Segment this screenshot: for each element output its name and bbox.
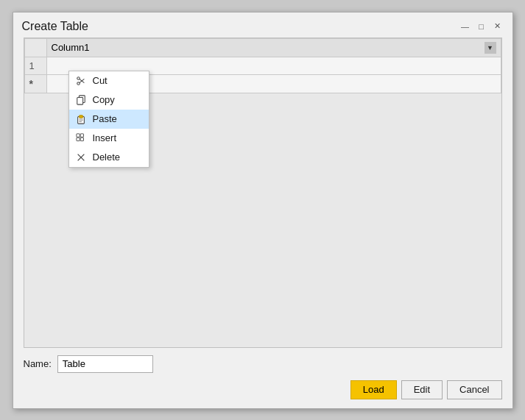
svg-rect-11 <box>76 133 79 136</box>
svg-rect-14 <box>80 138 83 140</box>
window-controls: — □ ✕ <box>459 21 504 32</box>
name-input[interactable] <box>57 355 153 373</box>
context-menu-delete[interactable]: Delete <box>69 148 149 167</box>
svg-rect-12 <box>80 133 83 136</box>
title-bar: Create Table — □ ✕ <box>13 13 512 38</box>
context-menu-insert[interactable]: Insert <box>69 129 149 148</box>
bottom-area: Name: Load Edit Cancel <box>13 348 512 408</box>
context-menu-copy-label: Copy <box>93 94 115 105</box>
create-table-window: Create Table — □ ✕ Column1 ▼ <box>13 12 513 409</box>
row-num-new: * <box>24 74 46 93</box>
name-row: Name: <box>24 355 502 373</box>
svg-rect-7 <box>79 115 82 118</box>
button-row: Load Edit Cancel <box>24 380 502 399</box>
svg-rect-13 <box>76 138 79 140</box>
copy-icon <box>75 94 87 106</box>
delete-icon <box>75 152 87 163</box>
column1-header-label: Column1 <box>52 42 90 53</box>
edit-button[interactable]: Edit <box>401 380 443 399</box>
cancel-button[interactable]: Cancel <box>447 380 501 399</box>
context-menu-delete-label: Delete <box>93 152 121 163</box>
close-button[interactable]: ✕ <box>492 21 504 32</box>
context-menu-paste[interactable]: Paste <box>69 110 149 129</box>
table-header-row: Column1 ▼ <box>24 38 501 57</box>
context-menu-paste-label: Paste <box>93 113 117 124</box>
context-menu: Cut Copy <box>68 71 149 168</box>
scissors-icon <box>75 75 87 87</box>
insert-icon <box>75 132 87 144</box>
name-label: Name: <box>24 358 52 369</box>
table-content-area: Column1 ▼ 1 * <box>24 38 502 348</box>
maximize-button[interactable]: □ <box>476 21 487 32</box>
column1-dropdown-button[interactable]: ▼ <box>485 42 496 54</box>
minimize-button[interactable]: — <box>459 21 471 32</box>
svg-rect-5 <box>77 97 82 104</box>
context-menu-cut[interactable]: Cut <box>69 71 149 90</box>
row-num-header <box>24 38 46 57</box>
load-button[interactable]: Load <box>350 380 397 399</box>
context-menu-copy[interactable]: Copy <box>69 90 149 110</box>
context-menu-cut-label: Cut <box>93 75 108 86</box>
context-menu-insert-label: Insert <box>93 132 117 143</box>
paste-icon <box>75 113 87 125</box>
window-title: Create Table <box>22 20 88 33</box>
row-num-1: 1 <box>24 57 46 74</box>
column1-header[interactable]: Column1 ▼ <box>46 38 501 57</box>
